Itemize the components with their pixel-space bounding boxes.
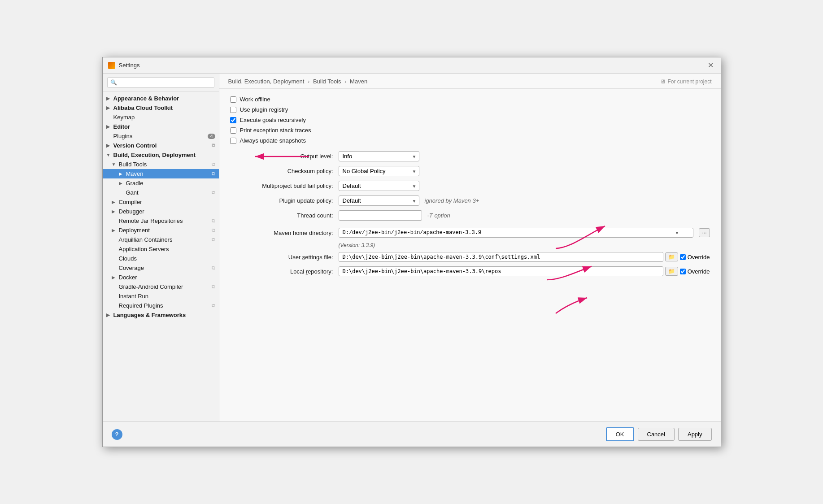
form-row-checksum: Checksum policy: No Global Policy Fail W… [230, 166, 710, 176]
sidebar-item-gant[interactable]: Gant ⧉ [103, 188, 219, 197]
app-icon [108, 62, 115, 69]
label-multiproject: Multiproject build fail policy: [230, 182, 333, 189]
label-checksum: Checksum policy: [230, 168, 333, 174]
label-override-user: Override [688, 254, 710, 261]
search-icon: 🔍 [110, 79, 117, 86]
sidebar-item-gradle[interactable]: ▶ Gradle [103, 178, 219, 188]
select-wrapper-checksum: No Global Policy Fail Warn Ignore ▼ [339, 166, 419, 176]
dialog-body: 🔍 ▶ Appearance & Behavior ▶ Alibaba Clou… [103, 74, 721, 421]
sidebar-item-compiler[interactable]: ▶ Compiler [103, 197, 219, 207]
browse-user-settings-button[interactable]: 📁 [665, 252, 678, 261]
sidebar-item-editor[interactable]: ▶ Editor [103, 122, 219, 131]
cancel-button[interactable]: Cancel [638, 428, 675, 441]
input-thread-count[interactable] [339, 210, 422, 221]
project-note: 🖥 For current project [660, 78, 711, 85]
form-row-maven-home: Maven home directory: ▼ ··· [230, 228, 710, 238]
sidebar-item-maven[interactable]: ▶ Maven ⧉ [103, 169, 219, 178]
sidebar-item-remote-jar[interactable]: Remote Jar Repositories ⧉ [103, 216, 219, 226]
footer-left: ? [112, 429, 122, 440]
label-execute-goals: Execute goals recursively [240, 117, 306, 123]
local-repo-path-row: 📁 Override [339, 266, 710, 276]
note-thread-count: -T option [427, 212, 450, 219]
note-plugin-update: ignored by Maven 3+ [425, 197, 479, 204]
label-user-settings: User settings file: [230, 254, 333, 261]
checkbox-override-user[interactable] [680, 254, 686, 260]
sidebar-item-languages[interactable]: ▶ Languages & Frameworks [103, 310, 219, 320]
copy-icon-gant: ⧉ [212, 190, 215, 196]
checkbox-always-update[interactable] [230, 138, 236, 144]
sidebar-item-coverage[interactable]: Coverage ⧉ [103, 263, 219, 273]
sidebar-item-gradle-android[interactable]: Gradle-Android Compiler ⧉ [103, 282, 219, 291]
select-multiproject[interactable]: Default Never Always AtEnd [339, 181, 419, 191]
label-output-level: Output level: [230, 153, 333, 160]
sidebar-item-build-exec[interactable]: ▼ Build, Execution, Deployment [103, 150, 219, 160]
settings-panel: Work offline Use plugin registry Execute… [219, 89, 721, 421]
checkbox-row-work-offline: Work offline [230, 96, 710, 103]
select-output-level[interactable]: Info Debug Error Warn [339, 151, 419, 161]
browse-local-repo-button[interactable]: 📁 [665, 267, 678, 276]
copy-icon-gradle-android: ⧉ [212, 284, 215, 290]
sidebar-item-deployment[interactable]: ▶ Deployment ⧉ [103, 226, 219, 235]
input-local-repo[interactable] [339, 266, 663, 276]
label-local-repo: Local repository: [230, 268, 333, 275]
copy-icon-vc: ⧉ [212, 143, 215, 148]
close-button[interactable]: ✕ [706, 61, 715, 70]
override-local-repo: Override [680, 268, 710, 275]
sidebar-item-arquillian[interactable]: Arquillian Containers ⧉ [103, 235, 219, 244]
sidebar-item-alibaba[interactable]: ▶ Alibaba Cloud Toolkit [103, 103, 219, 113]
sidebar-item-debugger[interactable]: ▶ Debugger [103, 207, 219, 216]
sidebar-item-version-control[interactable]: ▶ Version Control ⧉ [103, 141, 219, 150]
input-user-settings[interactable] [339, 252, 663, 262]
select-checksum[interactable]: No Global Policy Fail Warn Ignore [339, 166, 419, 176]
breadcrumb-part-1: Build, Execution, Deployment [228, 78, 305, 85]
expand-icon-debugger: ▶ [112, 209, 117, 214]
checkbox-row-execute-goals: Execute goals recursively [230, 117, 710, 123]
label-plugin-registry: Use plugin registry [240, 106, 288, 113]
sidebar-item-clouds[interactable]: Clouds [103, 254, 219, 263]
checkbox-plugin-registry[interactable] [230, 107, 236, 113]
browse-maven-home-button[interactable]: ··· [699, 228, 710, 237]
copy-icon-coverage: ⧉ [212, 265, 215, 271]
breadcrumb: Build, Execution, Deployment › Build Too… [228, 78, 368, 85]
sidebar-item-app-servers[interactable]: Application Servers [103, 244, 219, 254]
checkbox-work-offline[interactable] [230, 96, 236, 103]
breadcrumb-part-2: Build Tools [313, 78, 341, 85]
search-input[interactable] [107, 77, 214, 88]
sidebar-item-docker[interactable]: ▶ Docker [103, 273, 219, 282]
expand-icon-editor: ▶ [106, 124, 112, 129]
label-maven-home: Maven home directory: [230, 230, 333, 236]
sidebar-item-instant-run[interactable]: Instant Run [103, 291, 219, 301]
title-bar: Settings ✕ [103, 57, 721, 74]
user-settings-path-row: 📁 Override [339, 252, 710, 262]
apply-button[interactable]: Apply [678, 428, 712, 441]
checkbox-row-plugin-registry: Use plugin registry [230, 106, 710, 113]
project-icon: 🖥 [660, 78, 666, 85]
expand-icon-appearance: ▶ [106, 96, 112, 101]
label-work-offline: Work offline [240, 96, 270, 103]
title-bar-left: Settings [108, 62, 140, 69]
form-row-plugin-update: Plugin update policy: Default Always Nev… [230, 196, 710, 206]
sidebar-item-plugins[interactable]: Plugins 4 [103, 131, 219, 141]
sidebar-item-keymap[interactable]: Keymap [103, 113, 219, 122]
expand-icon-gradle: ▶ [119, 181, 124, 186]
sidebar-item-required-plugins[interactable]: Required Plugins ⧉ [103, 301, 219, 310]
select-wrapper-multiproject: Default Never Always AtEnd ▼ [339, 181, 419, 191]
expand-icon-build: ▼ [106, 152, 112, 157]
select-plugin-update[interactable]: Default Always Never [339, 196, 419, 206]
input-maven-home[interactable] [339, 228, 694, 238]
checkbox-execute-goals[interactable] [230, 117, 236, 123]
checkbox-override-local[interactable] [680, 269, 686, 274]
checkbox-print-exception[interactable] [230, 127, 236, 134]
expand-icon-docker: ▶ [112, 275, 117, 280]
form-row-multiproject: Multiproject build fail policy: Default … [230, 181, 710, 191]
form-row-local-repo: Local repository: 📁 Override [230, 266, 710, 276]
help-button[interactable]: ? [112, 429, 122, 440]
sidebar-item-appearance[interactable]: ▶ Appearance & Behavior [103, 94, 219, 103]
sidebar-item-build-tools[interactable]: ▼ Build Tools ⧉ [103, 160, 219, 169]
expand-icon-compiler: ▶ [112, 200, 117, 204]
maven-version-note: (Version: 3.3.9) [339, 242, 710, 248]
label-plugin-update: Plugin update policy: [230, 197, 333, 204]
ok-button[interactable]: OK [606, 427, 634, 441]
select-wrapper-plugin-update: Default Always Never ▼ [339, 196, 419, 206]
breadcrumb-bar: Build, Execution, Deployment › Build Too… [219, 74, 721, 89]
